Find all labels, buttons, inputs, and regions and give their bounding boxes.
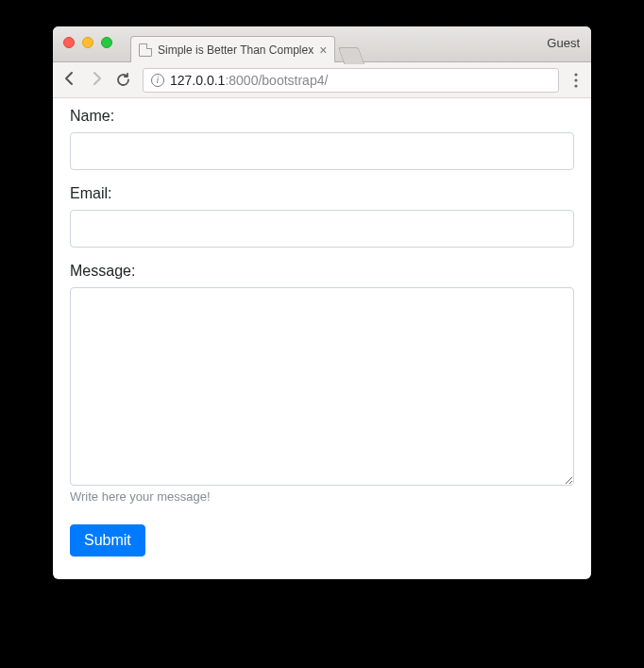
email-group: Email: <box>70 185 574 248</box>
back-button[interactable] <box>62 71 77 89</box>
svg-point-1 <box>574 78 577 81</box>
message-textarea[interactable] <box>70 287 574 486</box>
svg-point-2 <box>574 84 577 87</box>
window-titlebar: Simple is Better Than Complex × Guest <box>53 26 591 62</box>
window-close-button[interactable] <box>63 37 75 48</box>
name-label: Name: <box>70 108 574 125</box>
profile-guest-label[interactable]: Guest <box>547 36 580 50</box>
address-bar[interactable]: i 127.0.0.1:8000/bootstrap4/ <box>143 68 559 93</box>
tab-close-button[interactable]: × <box>319 43 327 57</box>
tab-title: Simple is Better Than Complex <box>158 43 314 57</box>
url-host: 127.0.0.1 <box>170 73 225 88</box>
url-port-path: :8000/bootstrap4/ <box>225 73 328 88</box>
arrow-left-icon <box>62 71 77 86</box>
new-tab-button[interactable] <box>338 47 365 64</box>
browser-toolbar: i 127.0.0.1:8000/bootstrap4/ <box>53 62 591 98</box>
svg-point-0 <box>574 73 577 76</box>
kebab-menu-icon <box>574 73 578 88</box>
name-input[interactable] <box>70 132 574 170</box>
reload-button[interactable] <box>115 72 131 88</box>
page-content: Name: Email: Message: Write here your me… <box>53 98 591 579</box>
name-group: Name: <box>70 108 574 170</box>
page-icon <box>139 43 152 57</box>
browser-tab[interactable]: Simple is Better Than Complex × <box>130 36 335 62</box>
reload-icon <box>115 72 131 88</box>
tab-strip: Simple is Better Than Complex × <box>130 26 362 61</box>
email-label: Email: <box>70 185 574 202</box>
browser-menu-button[interactable] <box>570 73 582 88</box>
message-help-text: Write here your message! <box>70 489 574 504</box>
submit-button[interactable]: Submit <box>70 524 145 557</box>
url-text: 127.0.0.1:8000/bootstrap4/ <box>170 73 328 88</box>
browser-window: Simple is Better Than Complex × Guest i … <box>53 26 591 579</box>
message-label: Message: <box>70 263 574 280</box>
window-controls <box>63 37 112 48</box>
arrow-right-icon <box>89 71 104 86</box>
window-maximize-button[interactable] <box>101 37 112 48</box>
contact-form: Name: Email: Message: Write here your me… <box>70 108 574 557</box>
site-info-icon[interactable]: i <box>151 74 164 87</box>
window-minimize-button[interactable] <box>82 37 93 48</box>
forward-button[interactable] <box>89 71 104 89</box>
message-group: Message: Write here your message! <box>70 263 574 504</box>
email-input[interactable] <box>70 210 574 248</box>
